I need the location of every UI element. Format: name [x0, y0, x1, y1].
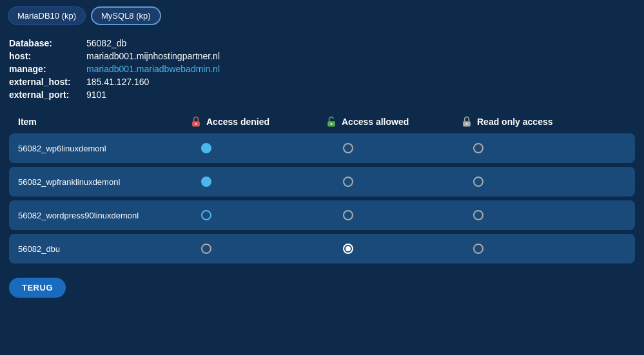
- row-radio-readonly: [460, 177, 635, 187]
- green-lock-icon: [325, 115, 338, 128]
- col-header-read-only: Read only access: [460, 115, 635, 128]
- radio-allowed-3[interactable]: [343, 244, 353, 254]
- row-item-name: 56082_wordpress90linuxdemonl: [9, 211, 190, 220]
- tab-mysql[interactable]: MySQL8 (kp): [91, 6, 161, 25]
- tab-mariadb[interactable]: MariaDB10 (kp): [8, 6, 86, 25]
- table-row: 56082_wpfranklinuxdemonl: [9, 167, 635, 197]
- row-radio-denied: [190, 143, 325, 153]
- table-row: 56082_wp6linuxdemonl: [9, 133, 635, 163]
- red-lock-icon: [190, 115, 202, 128]
- database-value: 56082_db: [86, 38, 126, 48]
- info-row-database: Database: 56082_db: [9, 38, 635, 48]
- row-item-name: 56082_wpfranklinuxdemonl: [9, 177, 190, 187]
- col-header-read-only-label: Read only access: [477, 117, 553, 127]
- row-item-name: 56082_dbu: [9, 244, 190, 254]
- table-row: 56082_wordpress90linuxdemonl: [9, 200, 635, 230]
- row-item-name: 56082_wp6linuxdemonl: [9, 144, 190, 153]
- radio-allowed-1[interactable]: [343, 177, 353, 187]
- radio-allowed-2[interactable]: [343, 210, 353, 220]
- row-radio-denied: [190, 210, 325, 220]
- terug-button[interactable]: TERUG: [9, 278, 66, 298]
- col-header-access-allowed-label: Access allowed: [342, 117, 409, 127]
- row-radio-readonly: [460, 143, 635, 153]
- manage-label: manage:: [9, 64, 86, 74]
- radio-denied-0[interactable]: [201, 143, 211, 153]
- row-radio-allowed: [325, 143, 460, 153]
- info-section: Database: 56082_db host: mariadb001.mijn…: [0, 32, 644, 111]
- col-header-access-allowed: Access allowed: [325, 115, 460, 128]
- radio-readonly-2[interactable]: [473, 210, 483, 220]
- row-radio-allowed: [325, 177, 460, 187]
- radio-readonly-1[interactable]: [473, 177, 483, 187]
- table-row: 56082_dbu: [9, 234, 635, 264]
- info-row-external-port: external_port: 9101: [9, 90, 635, 100]
- row-radio-readonly: [460, 210, 635, 220]
- radio-readonly-3[interactable]: [473, 244, 483, 254]
- host-label: host:: [9, 51, 86, 61]
- access-table: Item Access denied Access allowed: [0, 111, 644, 264]
- col-header-item: Item: [9, 117, 190, 127]
- info-row-external-host: external_host: 185.41.127.160: [9, 77, 635, 87]
- row-radio-allowed: [325, 244, 460, 254]
- host-value: mariadb001.mijnhostingpartner.nl: [86, 51, 220, 61]
- tab-bar: MariaDB10 (kp) MySQL8 (kp): [0, 0, 644, 32]
- database-label: Database:: [9, 38, 86, 48]
- manage-link[interactable]: mariadb001.mariadbwebadmin.nl: [86, 64, 220, 74]
- table-rows-container: 56082_wp6linuxdemonl56082_wpfranklinuxde…: [9, 133, 635, 264]
- row-radio-allowed: [325, 210, 460, 220]
- info-row-host: host: mariadb001.mijnhostingpartner.nl: [9, 51, 635, 61]
- radio-readonly-0[interactable]: [473, 143, 483, 153]
- gray-lock-icon: [460, 115, 473, 128]
- row-radio-readonly: [460, 244, 635, 254]
- svg-point-1: [195, 123, 197, 125]
- info-row-manage: manage: mariadb001.mariadbwebadmin.nl: [9, 64, 635, 74]
- radio-denied-3[interactable]: [201, 244, 211, 254]
- col-header-access-denied-label: Access denied: [206, 117, 269, 127]
- external-host-value: 185.41.127.160: [86, 77, 149, 87]
- external-host-label: external_host:: [9, 77, 86, 87]
- svg-point-5: [466, 123, 468, 125]
- row-radio-denied: [190, 177, 325, 187]
- col-header-access-denied: Access denied: [190, 115, 325, 128]
- radio-denied-1[interactable]: [201, 177, 211, 187]
- row-radio-denied: [190, 244, 325, 254]
- external-port-label: external_port:: [9, 90, 86, 100]
- table-header: Item Access denied Access allowed: [9, 111, 635, 133]
- radio-allowed-0[interactable]: [343, 143, 353, 153]
- external-port-value: 9101: [86, 90, 106, 100]
- bottom-section: TERUG: [0, 267, 644, 308]
- svg-point-3: [331, 123, 333, 125]
- radio-denied-2[interactable]: [201, 210, 211, 220]
